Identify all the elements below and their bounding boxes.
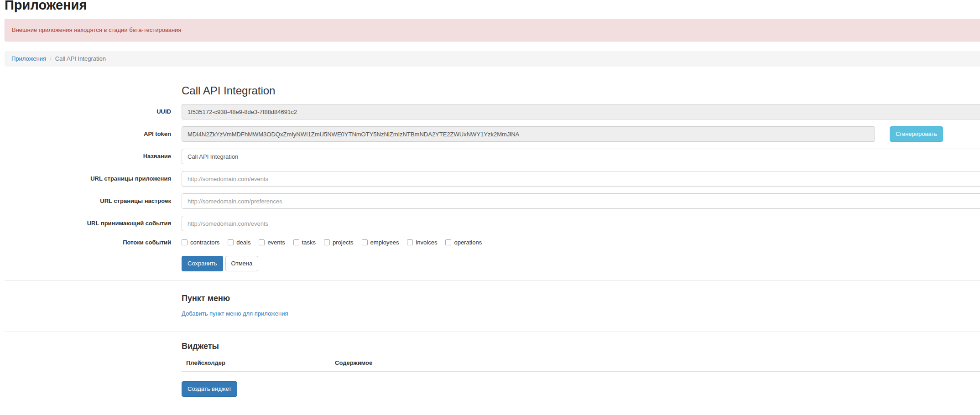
event-stream-checkbox-deals[interactable] (228, 239, 234, 245)
event-stream-option-invoices[interactable]: invoices (407, 239, 437, 246)
cancel-button[interactable]: Отмена (225, 256, 259, 271)
uuid-field[interactable] (182, 104, 980, 119)
api-token-field[interactable] (182, 126, 875, 142)
event-stream-checkbox-contractors[interactable] (182, 239, 188, 245)
settings-url-field[interactable] (182, 193, 980, 209)
event-stream-option-label: operations (454, 239, 482, 246)
menu-section-title: Пункт меню (182, 294, 980, 303)
page-title: Приложения (5, 0, 980, 13)
event-stream-option-label: employees (370, 239, 399, 246)
settings-url-row: URL страницы настроек (0, 193, 980, 209)
event-stream-option-contractors[interactable]: contractors (182, 239, 219, 246)
event-stream-option-projects[interactable]: projects (324, 239, 354, 246)
api-token-label: API token (0, 126, 171, 142)
app-url-label: URL страницы приложения (0, 171, 171, 187)
event-stream-checkbox-invoices[interactable] (407, 239, 413, 245)
uuid-label: UUID (0, 104, 171, 119)
alert-text: Внешние приложения находятся в стадии бе… (12, 26, 181, 33)
event-stream-checkbox-projects[interactable] (324, 239, 330, 245)
event-stream-option-label: projects (333, 239, 354, 246)
event-stream-option-deals[interactable]: deals (228, 239, 250, 246)
event-stream-checkbox-employees[interactable] (362, 239, 368, 245)
event-streams-row: Потоки событий contractors deals events … (0, 238, 980, 246)
widgets-column-placeholder: Плейсхолдер (182, 351, 330, 372)
breadcrumb-current: Call API Integration (55, 55, 106, 62)
event-stream-option-label: deals (236, 239, 250, 246)
event-stream-checkbox-operations[interactable] (445, 239, 451, 245)
event-stream-option-tasks[interactable]: tasks (293, 239, 316, 246)
events-url-row: URL принимающий события (0, 216, 980, 231)
event-streams-label: Потоки событий (0, 238, 171, 246)
save-button[interactable]: Сохранить (182, 256, 223, 271)
form-actions: Сохранить Отмена (182, 256, 980, 271)
event-stream-option-label: invoices (416, 239, 437, 246)
breadcrumb: Приложения / Call API Integration (5, 51, 980, 67)
event-stream-option-events[interactable]: events (259, 239, 285, 246)
event-stream-option-label: tasks (302, 239, 316, 246)
app-url-field[interactable] (182, 171, 980, 187)
widgets-table: Плейсхолдер Содержимое (182, 351, 980, 372)
api-token-row: API token Сгенерировать (0, 126, 980, 142)
settings-url-label: URL страницы настроек (0, 193, 171, 209)
events-url-label: URL принимающий события (0, 216, 171, 231)
event-stream-option-label: events (267, 239, 285, 246)
events-url-field[interactable] (182, 216, 980, 231)
section-divider (5, 280, 980, 281)
widgets-actions: Создать виджет (182, 381, 980, 397)
add-menu-item-link[interactable]: Добавить пункт меню для приложения (182, 310, 288, 317)
generate-token-button[interactable]: Сгенерировать (890, 126, 943, 142)
widgets-section-title: Виджеты (182, 342, 980, 351)
widgets-table-header-row: Плейсхолдер Содержимое (182, 351, 980, 372)
widgets-column-content: Содержимое (330, 351, 980, 372)
section-divider (5, 332, 980, 332)
app-title: Call API Integration (182, 85, 980, 97)
breadcrumb-separator: / (50, 55, 52, 62)
create-widget-button[interactable]: Создать виджет (182, 381, 237, 397)
breadcrumb-link-applications[interactable]: Приложения (11, 55, 46, 62)
event-stream-checkbox-events[interactable] (259, 239, 265, 245)
app-url-row: URL страницы приложения (0, 171, 980, 187)
name-label: Название (0, 149, 171, 164)
beta-warning-alert: Внешние приложения находятся в стадии бе… (5, 19, 980, 42)
uuid-row: UUID (0, 104, 980, 119)
event-stream-checkbox-tasks[interactable] (293, 239, 299, 245)
name-row: Название (0, 149, 980, 164)
event-stream-option-employees[interactable]: employees (362, 239, 399, 246)
event-stream-option-label: contractors (190, 239, 219, 246)
name-field[interactable] (182, 149, 980, 164)
event-stream-option-operations[interactable]: operations (445, 239, 482, 246)
